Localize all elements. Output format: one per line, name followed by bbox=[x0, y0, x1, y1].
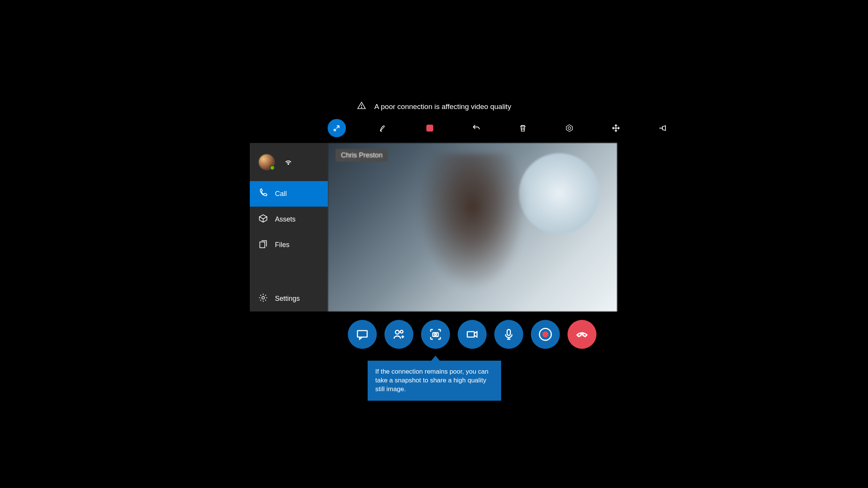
video-button[interactable] bbox=[458, 320, 487, 349]
gear-icon bbox=[258, 293, 268, 305]
presence-indicator bbox=[270, 165, 275, 170]
sidebar-item-label: Assets bbox=[275, 215, 296, 223]
svg-point-2 bbox=[334, 129, 336, 131]
phone-icon bbox=[258, 188, 268, 200]
remote-video: Chris Preston bbox=[328, 143, 617, 311]
svg-rect-16 bbox=[507, 329, 511, 336]
sidebar-item-label: Files bbox=[275, 241, 289, 249]
undo-button[interactable] bbox=[467, 119, 485, 137]
svg-point-6 bbox=[568, 127, 571, 130]
sidebar-item-label: Settings bbox=[275, 295, 300, 303]
record-icon bbox=[539, 328, 552, 341]
avatar[interactable] bbox=[258, 154, 275, 170]
sidebar: Call Assets bbox=[250, 143, 328, 311]
warning-text: A poor connection is affecting video qua… bbox=[375, 103, 511, 111]
svg-rect-15 bbox=[467, 332, 474, 337]
svg-point-12 bbox=[400, 330, 403, 333]
app-panel: Call Assets bbox=[250, 143, 617, 311]
hangup-button[interactable] bbox=[567, 320, 596, 349]
svg-rect-8 bbox=[260, 242, 265, 248]
sidebar-item-label: Call bbox=[275, 190, 287, 198]
pin-button[interactable] bbox=[653, 119, 672, 137]
files-icon bbox=[258, 239, 268, 251]
svg-point-7 bbox=[288, 164, 289, 164]
svg-point-1 bbox=[361, 107, 362, 108]
pointer-collapse-button[interactable] bbox=[328, 119, 346, 137]
chat-button[interactable] bbox=[348, 320, 377, 349]
sidebar-item-files[interactable]: Files bbox=[250, 232, 328, 258]
sidebar-item-settings[interactable]: Settings bbox=[250, 286, 328, 311]
sidebar-item-call[interactable]: Call bbox=[250, 181, 328, 207]
aperture-button[interactable] bbox=[560, 119, 579, 137]
box-icon bbox=[258, 214, 268, 225]
nav-list-bottom: Settings bbox=[250, 286, 328, 311]
annotation-toolbar bbox=[328, 119, 672, 137]
snapshot-tooltip: If the connection remains poor, you can … bbox=[368, 361, 501, 401]
svg-point-14 bbox=[434, 334, 436, 336]
stop-icon bbox=[426, 125, 433, 132]
call-action-bar bbox=[348, 320, 596, 349]
svg-point-9 bbox=[262, 297, 265, 299]
sidebar-item-assets[interactable]: Assets bbox=[250, 207, 328, 232]
svg-marker-5 bbox=[566, 125, 572, 132]
pen-button[interactable] bbox=[374, 119, 392, 137]
move-button[interactable] bbox=[607, 119, 625, 137]
nav-list: Call Assets bbox=[250, 181, 328, 258]
trash-button[interactable] bbox=[514, 119, 532, 137]
svg-rect-10 bbox=[357, 331, 367, 337]
wifi-icon bbox=[284, 157, 293, 167]
user-bar bbox=[250, 143, 328, 181]
warning-icon bbox=[357, 101, 366, 112]
record-button[interactable] bbox=[531, 320, 560, 349]
svg-point-11 bbox=[395, 330, 399, 334]
snapshot-button[interactable] bbox=[421, 320, 450, 349]
connection-warning: A poor connection is affecting video qua… bbox=[156, 101, 712, 112]
participant-name-chip: Chris Preston bbox=[336, 149, 388, 162]
mic-button[interactable] bbox=[494, 320, 523, 349]
add-people-button[interactable] bbox=[384, 320, 413, 349]
stop-button[interactable] bbox=[421, 119, 439, 137]
